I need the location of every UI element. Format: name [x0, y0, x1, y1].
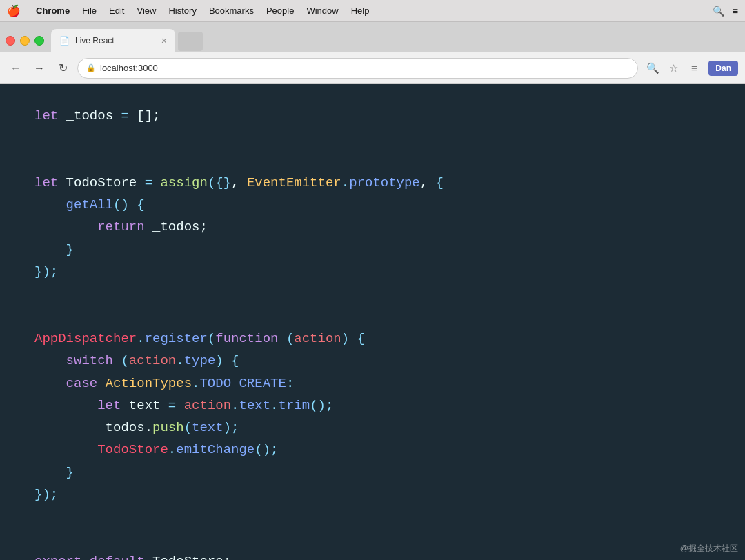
tab-title: Live React	[75, 36, 156, 46]
reload-button[interactable]: ↻	[54, 59, 72, 77]
tab-close-button[interactable]: ×	[161, 36, 167, 46]
traffic-lights	[6, 36, 44, 52]
tab-bar: 📄 Live React ×	[0, 22, 745, 52]
lock-icon: 🔒	[86, 63, 96, 72]
address-input-bar[interactable]: 🔒 localhost:3000	[77, 58, 638, 79]
menu-bookmarks[interactable]: Bookmarks	[209, 6, 254, 16]
code-line-14: });	[34, 483, 711, 506]
maximize-window-button[interactable]	[34, 36, 44, 46]
url-text: localhost:3000	[100, 63, 158, 73]
menu-help[interactable]: Help	[351, 6, 370, 16]
code-line-1: let _todos = [];	[34, 105, 711, 127]
back-button[interactable]: ←	[7, 59, 25, 77]
code-line-15: export default TodoStore;	[34, 550, 711, 560]
apple-logo-icon[interactable]: 🍎	[7, 4, 21, 17]
menu-bar: 🍎 Chrome File Edit View History Bookmark…	[0, 0, 745, 22]
watermark: @掘金技术社区	[680, 543, 738, 554]
chrome-window: 📄 Live React × ← → ↻ 🔒 localhost:3000 🔍 …	[0, 22, 745, 560]
code-line-8: switch (action.type) {	[34, 350, 711, 372]
code-line-blank-6	[34, 528, 711, 550]
tab-favicon-icon: 📄	[59, 36, 70, 46]
code-line-blank-3	[34, 283, 711, 305]
address-right-icons: 🔍 ☆ ≡	[644, 59, 703, 77]
code-line-6: });	[34, 261, 711, 283]
code-line-4: return _todos;	[34, 216, 711, 238]
code-line-5: }	[34, 239, 711, 261]
active-tab[interactable]: 📄 Live React ×	[51, 29, 175, 52]
close-window-button[interactable]	[6, 36, 15, 46]
code-line-3: getAll() {	[34, 194, 711, 216]
code-line-blank-5	[34, 506, 711, 528]
code-line-blank-4	[34, 306, 711, 328]
menu-file[interactable]: File	[82, 6, 97, 16]
code-line-7: AppDispatcher.register(function (action)…	[34, 328, 711, 350]
code-line-9: case ActionTypes.TODO_CREATE:	[34, 372, 711, 394]
menu-view[interactable]: View	[137, 6, 156, 16]
bookmark-icon[interactable]: ☆	[664, 59, 682, 77]
address-search-icon[interactable]: 🔍	[644, 59, 662, 77]
menu-edit[interactable]: Edit	[109, 6, 124, 16]
code-line-11: _todos.push(text);	[34, 417, 711, 439]
menu-history[interactable]: History	[168, 6, 196, 16]
user-profile-button[interactable]: Dan	[708, 61, 738, 76]
search-menubar-icon[interactable]: 🔍	[713, 6, 724, 17]
code-line-blank-1	[34, 127, 711, 149]
minimize-window-button[interactable]	[20, 36, 30, 46]
menu-icon[interactable]: ≡	[685, 59, 703, 77]
code-line-12: TodoStore.emitChange();	[34, 439, 711, 461]
code-line-blank-2	[34, 150, 711, 172]
menu-right-icons: 🔍 ≡	[713, 6, 738, 17]
address-bar: ← → ↻ 🔒 localhost:3000 🔍 ☆ ≡ Dan	[0, 52, 745, 84]
code-line-10: let text = action.text.trim();	[34, 394, 711, 417]
new-tab-area	[178, 32, 203, 51]
code-content: let _todos = []; let TodoStore = assign(…	[0, 84, 745, 560]
menu-window[interactable]: Window	[306, 6, 338, 16]
code-line-13: }	[34, 461, 711, 483]
forward-button[interactable]: →	[30, 59, 48, 77]
code-line-2: let TodoStore = assign({}, EventEmitter.…	[34, 172, 711, 194]
menu-chrome[interactable]: Chrome	[36, 6, 70, 16]
menu-people[interactable]: People	[266, 6, 294, 16]
control-center-icon[interactable]: ≡	[733, 6, 738, 17]
